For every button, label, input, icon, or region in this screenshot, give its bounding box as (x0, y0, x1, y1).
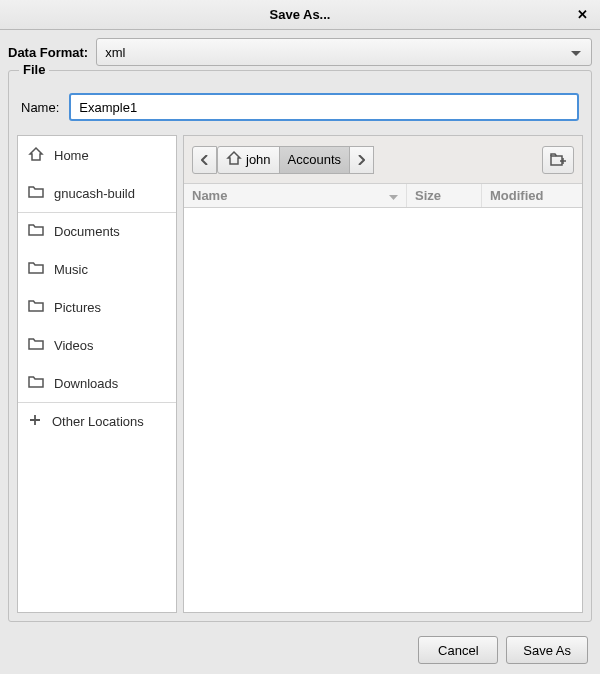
name-label: Name: (21, 100, 59, 115)
sidebar-item-label: Music (54, 262, 88, 277)
data-format-dropdown[interactable]: xml (96, 38, 592, 66)
folder-icon (28, 337, 44, 354)
sidebar-item-music[interactable]: Music (18, 250, 176, 288)
window-title: Save As... (270, 7, 331, 22)
column-modified[interactable]: Modified (482, 184, 582, 207)
titlebar: Save As... ✕ (0, 0, 600, 30)
data-format-value: xml (105, 45, 125, 60)
path-forward-button[interactable] (349, 146, 374, 174)
data-format-label: Data Format: (8, 45, 88, 60)
new-folder-button[interactable] (542, 146, 574, 174)
filename-input[interactable] (69, 93, 579, 121)
folder-icon (28, 261, 44, 278)
save-button[interactable]: Save As (506, 636, 588, 664)
data-format-row: Data Format: xml (0, 30, 600, 70)
chevron-left-icon (201, 155, 208, 165)
folder-icon (28, 185, 44, 202)
path-segment-label: john (246, 152, 271, 167)
sidebar-item-label: Pictures (54, 300, 101, 315)
main-panel: johnAccounts Name Size Modified (183, 135, 583, 613)
chevron-right-icon (358, 155, 365, 165)
path-segment-john[interactable]: john (217, 146, 280, 174)
places-sidebar: Homegnucash-buildDocumentsMusicPicturesV… (17, 135, 177, 613)
close-button[interactable]: ✕ (572, 4, 592, 24)
plus-icon (28, 413, 42, 430)
close-icon: ✕ (577, 7, 588, 22)
sidebar-item-label: Videos (54, 338, 94, 353)
column-headers: Name Size Modified (184, 184, 582, 208)
sidebar-item-other-locations[interactable]: Other Locations (18, 402, 176, 440)
sort-arrow-icon (389, 188, 398, 203)
home-icon (28, 146, 44, 165)
name-row: Name: (9, 83, 591, 135)
cancel-button[interactable]: Cancel (418, 636, 498, 664)
file-section: File Name: Homegnucash-buildDocumentsMus… (8, 70, 592, 622)
sidebar-item-gnucash-build[interactable]: gnucash-build (18, 174, 176, 212)
sidebar-item-label: Downloads (54, 376, 118, 391)
sidebar-item-label: Home (54, 148, 89, 163)
folder-icon (28, 299, 44, 316)
new-folder-icon (550, 153, 566, 167)
folder-icon (28, 223, 44, 240)
folder-icon (28, 375, 44, 392)
file-body: Homegnucash-buildDocumentsMusicPicturesV… (17, 135, 583, 613)
path-segment-accounts[interactable]: Accounts (279, 146, 350, 174)
sidebar-item-home[interactable]: Home (18, 136, 176, 174)
dialog-footer: Cancel Save As (0, 630, 600, 674)
sidebar-item-videos[interactable]: Videos (18, 326, 176, 364)
chevron-down-icon (571, 45, 581, 60)
sidebar-item-documents[interactable]: Documents (18, 212, 176, 250)
file-legend: File (19, 62, 49, 77)
path-segment-label: Accounts (288, 152, 341, 167)
column-size[interactable]: Size (407, 184, 482, 207)
sidebar-item-label: gnucash-build (54, 186, 135, 201)
pathbar: johnAccounts (184, 136, 582, 184)
home-icon (226, 150, 242, 169)
sidebar-item-pictures[interactable]: Pictures (18, 288, 176, 326)
path-back-button[interactable] (192, 146, 217, 174)
sidebar-item-label: Other Locations (52, 414, 144, 429)
sidebar-item-label: Documents (54, 224, 120, 239)
sidebar-item-downloads[interactable]: Downloads (18, 364, 176, 402)
column-name[interactable]: Name (184, 184, 407, 207)
file-list[interactable] (184, 208, 582, 612)
